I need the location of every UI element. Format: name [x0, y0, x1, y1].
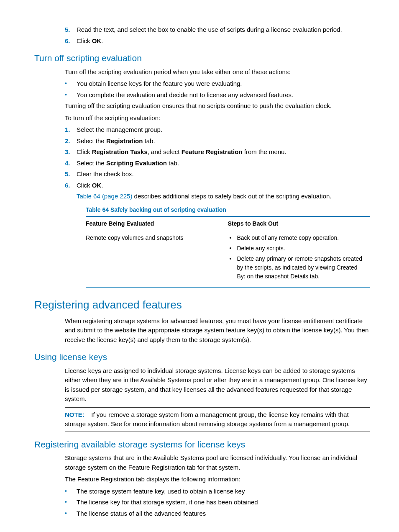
step-text: Select the Scripting Evaluation tab. — [77, 159, 370, 168]
table-link[interactable]: Table 64 (page 225) — [77, 193, 132, 200]
step-text: Click Registration Tasks, and select Fea… — [77, 147, 370, 157]
paragraph: License keys are assigned to individual … — [65, 366, 370, 404]
heading-turn-off-scripting: Turn off scripting evaluation — [34, 51, 382, 65]
step-text: Click OK. — [77, 36, 370, 46]
list-item: The license key for that storage system,… — [65, 498, 370, 507]
table-header: Steps to Back Out — [228, 216, 370, 230]
step-text: Select the management group. — [77, 125, 370, 135]
intro-step-list: 5. Read the text, and select the box to … — [65, 25, 370, 46]
list-item: The storage system feature key, used to … — [65, 487, 370, 496]
heading-using-license-keys: Using license keys — [34, 350, 382, 364]
list-item: 4.Select the Scripting Evaluation tab. — [65, 159, 370, 168]
table-cell: Remote copy volumes and snapshots — [86, 230, 228, 287]
table-row: Remote copy volumes and snapshots Back o… — [86, 230, 370, 287]
paragraph: Turning off the scripting evaluation ens… — [65, 101, 370, 111]
bullet-list: You obtain license keys for the feature … — [65, 79, 370, 100]
step-number: 4. — [65, 159, 77, 168]
step-number: 3. — [65, 147, 77, 157]
paragraph: Storage systems that are in the Availabl… — [65, 453, 370, 472]
step-text: Click OK. — [77, 181, 370, 190]
step-number: 6. — [65, 181, 77, 190]
step-text: Read the text, and select the box to ena… — [77, 25, 370, 35]
heading-registering-advanced: Registering advanced features — [34, 297, 382, 313]
paragraph: To turn off the scripting evaluation: — [65, 113, 370, 123]
paragraph: The Feature Registration tab displays th… — [65, 475, 370, 484]
turnoff-step-list: 1.Select the management group.2.Select t… — [65, 125, 370, 190]
backing-out-table: Feature Being Evaluated Steps to Back Ou… — [86, 216, 370, 288]
step-text: Clear the check box. — [77, 170, 370, 179]
step-number: 2. — [65, 136, 77, 146]
bullet-list: The storage system feature key, used to … — [65, 487, 370, 519]
step-number: 5. — [65, 25, 77, 35]
step-text: Select the Registration tab. — [77, 136, 370, 146]
list-item: Back out of any remote copy operation. — [228, 234, 367, 242]
step-number: 1. — [65, 125, 77, 135]
table-cell: Back out of any remote copy operation.De… — [228, 230, 370, 287]
heading-registering-available: Registering available storage systems fo… — [34, 438, 382, 451]
list-item: 5. Read the text, and select the box to … — [65, 25, 370, 35]
paragraph: When registering storage systems for adv… — [65, 316, 370, 345]
list-item: 2.Select the Registration tab. — [65, 136, 370, 146]
list-item: Delete any primary or remote snapshots c… — [228, 254, 367, 281]
paragraph: Turn off the scripting evaluation period… — [65, 67, 370, 77]
list-item: 3.Click Registration Tasks, and select F… — [65, 147, 370, 157]
list-item: You complete the evaluation and decide n… — [65, 90, 370, 100]
list-item: The license status of all the advanced f… — [65, 509, 370, 519]
list-item: 6. Click OK. — [65, 36, 370, 46]
list-item: Delete any scripts. — [228, 244, 367, 253]
table-header: Feature Being Evaluated — [86, 216, 228, 230]
list-item: 6.Click OK. — [65, 181, 370, 190]
step-number: 5. — [65, 170, 77, 179]
table-caption: Table 64 Safely backing out of scripting… — [86, 206, 370, 214]
note-text: If you remove a storage system from a ma… — [65, 411, 350, 428]
step-number: 6. — [65, 36, 77, 46]
list-item: 1.Select the management group. — [65, 125, 370, 135]
table-reference: Table 64 (page 225) describes additional… — [77, 192, 370, 201]
note-box: NOTE: If you remove a storage system fro… — [65, 407, 370, 432]
note-label: NOTE: — [65, 411, 84, 418]
list-item: 5.Clear the check box. — [65, 170, 370, 179]
list-item: You obtain license keys for the feature … — [65, 79, 370, 89]
